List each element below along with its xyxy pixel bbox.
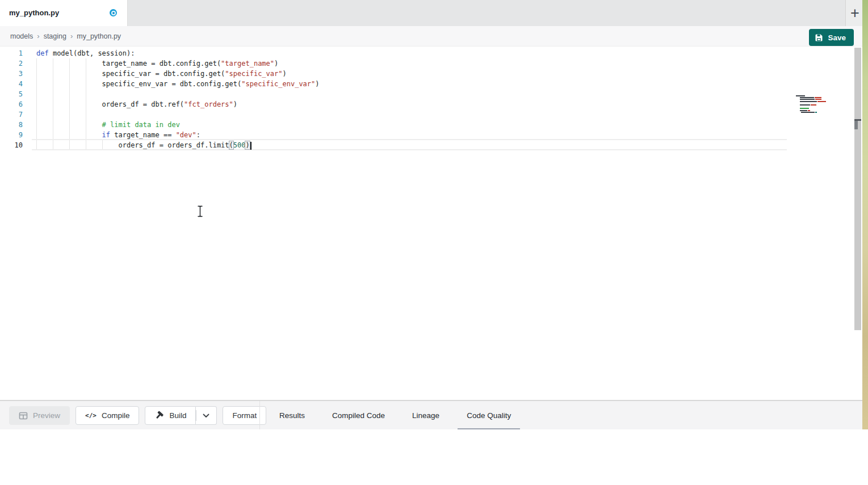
bottom-toolbar: Preview </> Compile Build xyxy=(0,400,862,429)
floppy-disk-icon xyxy=(815,33,823,42)
code-line[interactable]: 3 specific_var = dbt.config.get("specifi… xyxy=(0,69,862,79)
vertical-scrollbar[interactable] xyxy=(854,48,861,330)
breadcrumb: models›staging›my_python.py xyxy=(10,26,121,47)
code-line[interactable]: 2 target_name = dbt.config.get("target_n… xyxy=(0,58,862,69)
code-line[interactable]: 10 orders_df = orders_df.limit(500) xyxy=(0,140,862,150)
breadcrumb-item-file[interactable]: my_python.py xyxy=(77,32,121,40)
code-line[interactable]: 9 if target_name == "dev": xyxy=(0,130,862,140)
line-number: 3 xyxy=(0,69,23,79)
toolbar-buttons: Preview </> Compile Build xyxy=(9,406,266,425)
file-tab-my-python[interactable]: my_python.py xyxy=(0,0,128,26)
code-line[interactable]: 7 xyxy=(0,109,862,120)
code-line[interactable]: 4 specific_env_var = dbt.config.get("spe… xyxy=(0,79,862,89)
tab-lineage[interactable]: Lineage xyxy=(403,401,448,430)
breadcrumb-bar: models›staging›my_python.py xyxy=(0,26,862,47)
scrollbar-thumb[interactable] xyxy=(854,119,861,129)
tab-compiled-code[interactable]: Compiled Code xyxy=(323,401,394,430)
preview-button[interactable]: Preview xyxy=(9,406,70,425)
compile-button-label: Compile xyxy=(102,411,130,420)
code-editor[interactable]: 1def model(dbt, session):2 target_name =… xyxy=(0,47,862,400)
breadcrumb-separator-icon: › xyxy=(37,32,39,40)
line-number: 5 xyxy=(0,89,23,99)
file-tab-label: my_python.py xyxy=(9,0,59,26)
code-line[interactable]: 8 # limit data in dev xyxy=(0,120,862,130)
breadcrumb-separator-icon: › xyxy=(70,32,73,40)
line-number: 4 xyxy=(0,79,23,89)
line-number: 7 xyxy=(0,109,23,120)
chevron-down-icon xyxy=(203,414,209,418)
toolbar-divider xyxy=(259,401,260,429)
table-grid-icon xyxy=(19,411,28,420)
code-line[interactable]: 5 xyxy=(0,89,862,99)
format-button-label: Format xyxy=(232,411,257,420)
code-line[interactable]: 6 orders_df = dbt.ref("fct_orders") xyxy=(0,99,862,109)
line-number: 10 xyxy=(0,140,23,150)
compile-button[interactable]: </> Compile xyxy=(76,406,139,425)
text-caret xyxy=(250,142,251,150)
code-lines: 1def model(dbt, session):2 target_name =… xyxy=(0,48,862,150)
preview-button-label: Preview xyxy=(33,411,60,420)
tab-results[interactable]: Results xyxy=(270,401,314,430)
save-button-label: Save xyxy=(828,33,846,42)
editor-tab-bar: my_python.py + xyxy=(0,0,862,26)
line-number: 8 xyxy=(0,120,23,130)
line-number: 6 xyxy=(0,99,23,109)
new-tab-button[interactable]: + xyxy=(847,2,863,24)
line-number: 2 xyxy=(0,58,23,69)
results-panel xyxy=(0,429,868,485)
build-split-button: Build xyxy=(145,406,217,425)
minimap[interactable] xyxy=(795,95,830,113)
bottom-tabs: Results Compiled Code Lineage Code Quali… xyxy=(270,401,520,430)
screen-edge-artifact xyxy=(862,0,868,431)
line-number: 1 xyxy=(0,48,23,58)
breadcrumb-item-staging[interactable]: staging xyxy=(44,32,66,40)
breadcrumb-item-models[interactable]: models xyxy=(10,32,33,40)
tab-code-quality[interactable]: Code Quality xyxy=(458,401,520,430)
text-cursor-pointer-icon xyxy=(196,205,204,220)
line-number: 9 xyxy=(0,130,23,140)
code-brackets-icon: </> xyxy=(85,412,97,419)
build-button-label: Build xyxy=(169,411,186,420)
build-dropdown-button[interactable] xyxy=(196,406,217,425)
unsaved-changes-dot-icon xyxy=(110,9,117,16)
save-button[interactable]: Save xyxy=(809,29,854,46)
code-line[interactable]: 1def model(dbt, session): xyxy=(0,48,862,58)
hammer-icon xyxy=(154,411,164,420)
build-button[interactable]: Build xyxy=(145,406,196,425)
